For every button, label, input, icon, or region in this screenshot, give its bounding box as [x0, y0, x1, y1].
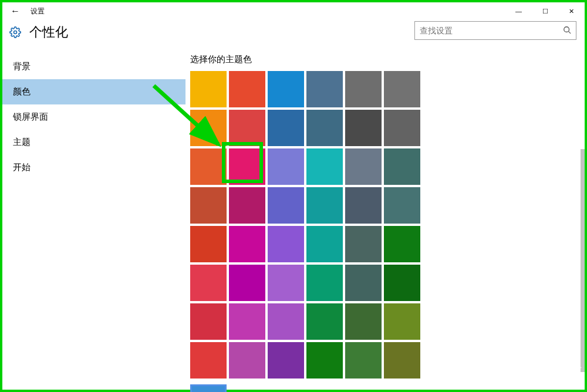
color-swatch[interactable]	[268, 303, 304, 340]
color-swatch[interactable]	[268, 148, 304, 185]
color-swatch[interactable]	[190, 265, 227, 301]
color-swatch[interactable]	[229, 303, 265, 340]
color-swatch[interactable]	[190, 148, 227, 185]
color-swatch[interactable]	[306, 303, 343, 340]
color-swatch[interactable]	[306, 342, 343, 379]
settings-window: ← 设置 — ☐ ✕ 个性化 背景 颜色 锁屏界面 主题	[0, 0, 587, 392]
search-icon	[563, 26, 571, 36]
color-swatch[interactable]	[190, 110, 227, 146]
color-grid	[190, 71, 580, 392]
color-swatch[interactable]	[384, 265, 420, 301]
sidebar-item-label: 锁屏界面	[13, 111, 48, 121]
color-swatch[interactable]	[229, 110, 265, 146]
color-swatch[interactable]	[190, 71, 227, 107]
sidebar-item-colors[interactable]: 颜色	[2, 79, 185, 104]
color-swatch[interactable]	[384, 148, 420, 185]
sidebar-item-label: 颜色	[13, 86, 31, 96]
color-swatch[interactable]	[345, 187, 382, 224]
color-swatch[interactable]	[345, 226, 382, 262]
window-controls: — ☐ ✕	[505, 2, 585, 20]
color-swatch[interactable]	[306, 226, 343, 262]
sidebar-item-label: 开始	[13, 162, 31, 172]
section-title: 选择你的主题色	[190, 54, 580, 65]
color-swatch[interactable]	[190, 226, 227, 262]
titlebar: ← 设置	[2, 2, 585, 20]
color-swatch[interactable]	[268, 187, 304, 224]
color-swatch[interactable]	[229, 148, 265, 185]
sidebar-item-start[interactable]: 开始	[2, 155, 185, 180]
color-swatch[interactable]	[229, 265, 265, 301]
color-swatch[interactable]	[384, 110, 420, 146]
color-swatch[interactable]	[190, 342, 227, 379]
color-swatch[interactable]	[268, 265, 304, 301]
color-swatch[interactable]	[306, 265, 343, 301]
header: 个性化	[2, 20, 585, 50]
sidebar: 背景 颜色 锁屏界面 主题 开始	[2, 50, 185, 390]
color-swatch[interactable]	[384, 187, 420, 224]
sidebar-item-background[interactable]: 背景	[2, 54, 185, 79]
sidebar-item-lockscreen[interactable]: 锁屏界面	[2, 104, 185, 130]
maximize-button[interactable]: ☐	[532, 2, 558, 20]
color-swatch[interactable]	[229, 187, 265, 224]
color-swatch[interactable]	[268, 226, 304, 262]
color-swatch[interactable]	[384, 71, 420, 107]
color-swatch[interactable]	[306, 187, 343, 224]
svg-line-2	[569, 31, 571, 33]
color-swatch[interactable]	[306, 71, 343, 107]
close-button[interactable]: ✕	[558, 2, 585, 20]
sidebar-item-label: 背景	[13, 61, 31, 71]
color-swatch[interactable]	[229, 342, 265, 379]
color-swatch[interactable]	[268, 110, 304, 146]
color-swatch[interactable]	[384, 226, 420, 262]
search-input[interactable]	[420, 26, 563, 35]
scrollbar[interactable]	[581, 149, 585, 372]
color-swatch[interactable]	[345, 71, 382, 107]
window-title: 设置	[31, 6, 45, 16]
color-swatch[interactable]	[384, 303, 420, 340]
sidebar-item-label: 主题	[13, 137, 31, 147]
sidebar-item-themes[interactable]: 主题	[2, 130, 185, 155]
content-pane: 选择你的主题色	[185, 50, 585, 390]
color-swatch[interactable]	[306, 148, 343, 185]
gear-icon	[9, 26, 21, 38]
minimize-button[interactable]: —	[505, 2, 532, 20]
svg-point-1	[564, 26, 569, 32]
color-swatch[interactable]	[345, 110, 382, 146]
color-swatch[interactable]	[190, 187, 227, 224]
back-button[interactable]: ←	[11, 6, 20, 16]
color-swatch[interactable]	[268, 342, 304, 379]
color-swatch[interactable]	[190, 303, 227, 340]
svg-point-0	[14, 31, 17, 34]
color-swatch[interactable]	[345, 148, 382, 185]
color-swatch[interactable]	[229, 71, 265, 107]
page-title: 个性化	[29, 23, 68, 41]
color-swatch[interactable]	[345, 265, 382, 301]
color-swatch[interactable]	[345, 342, 382, 379]
color-swatch[interactable]	[268, 71, 304, 107]
color-swatch[interactable]	[229, 226, 265, 262]
recent-color-swatch[interactable]	[190, 384, 227, 392]
search-box[interactable]	[414, 21, 576, 40]
color-swatch[interactable]	[345, 303, 382, 340]
color-swatch[interactable]	[306, 110, 343, 146]
color-swatch[interactable]	[384, 342, 420, 379]
